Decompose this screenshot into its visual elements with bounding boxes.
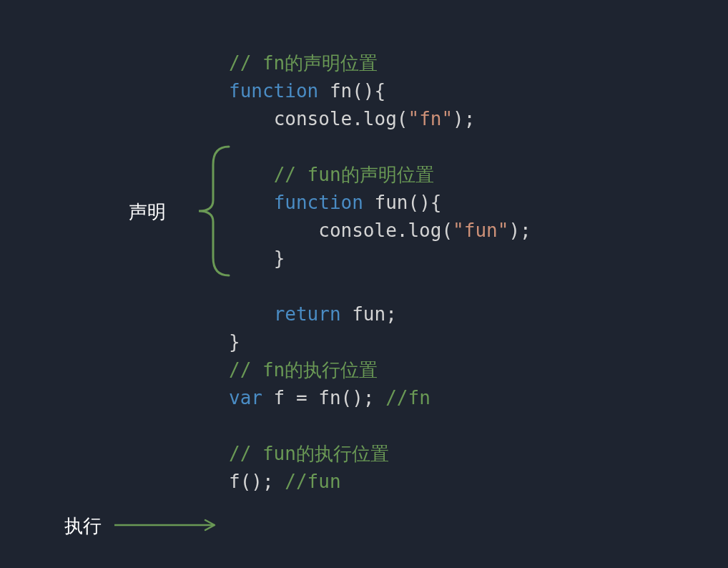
punct-dot: . <box>397 220 408 241</box>
comment-fn-declaration: // fn的声明位置 <box>229 52 378 74</box>
keyword-return: return <box>274 303 341 325</box>
identifier-fn-call: fn <box>318 387 340 408</box>
code-block: // fn的声明位置 function fn(){ console.log("f… <box>229 21 531 496</box>
punct-paren: ( <box>441 220 453 241</box>
punct-paren: ( <box>397 108 408 129</box>
punct-brace-close: } <box>274 248 285 269</box>
identifier-f-call: f <box>229 471 240 492</box>
comment-fn-execution: // fn的执行位置 <box>229 359 378 381</box>
punct-call: (); <box>240 471 285 492</box>
annotation-execution: 执行 <box>64 514 102 539</box>
identifier-fun: fun <box>341 303 386 325</box>
arrow-icon <box>111 516 225 534</box>
identifier-console: console <box>274 108 353 129</box>
punct-brace: (){ <box>352 80 385 102</box>
punct-dot: . <box>352 108 363 129</box>
indent <box>229 303 274 325</box>
identifier-log: log <box>408 220 441 241</box>
punct-brace-close: } <box>229 331 240 353</box>
brace-icon <box>186 143 236 279</box>
string-fun: "fun" <box>453 220 508 241</box>
comment-fun-declaration: // fun的声明位置 <box>274 164 434 185</box>
indent <box>229 220 318 241</box>
identifier-log: log <box>363 108 397 129</box>
keyword-function: function <box>274 192 363 213</box>
keyword-var: var <box>229 387 262 408</box>
identifier-fn: fn <box>318 80 352 102</box>
string-fn: "fn" <box>408 108 453 129</box>
identifier-console: console <box>318 220 397 241</box>
punct-brace: (){ <box>408 192 441 213</box>
punct-semi: ; <box>385 303 397 325</box>
punct-call: (); <box>341 387 386 408</box>
punct-close: ); <box>508 220 531 241</box>
annotation-declaration: 声明 <box>129 200 166 225</box>
keyword-function: function <box>229 80 318 102</box>
punct-equals: = <box>296 387 318 408</box>
comment-fun-execution: // fun的执行位置 <box>229 443 389 464</box>
identifier-fun: fun <box>363 192 408 213</box>
identifier-f: f <box>262 387 296 408</box>
comment-fun-result: //fun <box>285 471 340 492</box>
comment-fn-result: //fn <box>385 387 431 408</box>
indent <box>229 108 274 129</box>
punct-close: ); <box>453 108 475 129</box>
